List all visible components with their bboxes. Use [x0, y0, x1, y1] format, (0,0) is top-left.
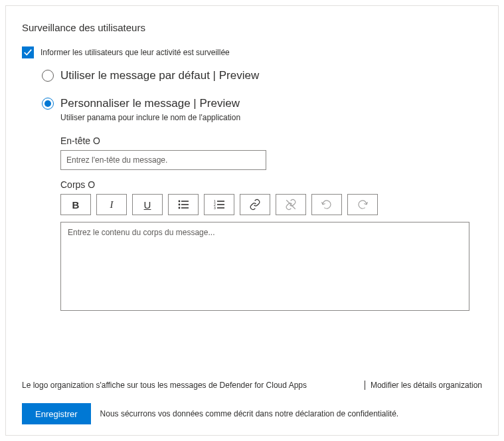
svg-rect-9: [217, 204, 224, 205]
unlink-icon: [285, 199, 297, 211]
radio-default-label: Utiliser le message par défaut | Preview: [60, 69, 259, 82]
radio-default[interactable]: [42, 70, 54, 82]
check-icon: [23, 48, 33, 57]
edit-org-link[interactable]: Modifier les détails organization: [365, 381, 482, 390]
svg-rect-5: [181, 207, 189, 209]
link-icon: [249, 199, 261, 211]
underline-icon: U: [144, 199, 151, 211]
radio-custom[interactable]: [42, 98, 54, 110]
editor-toolbar: B I U 1 2 3: [60, 194, 482, 215]
unlink-button[interactable]: [276, 194, 306, 215]
italic-button[interactable]: I: [96, 194, 127, 215]
body-field-group: Corps O B I U 1 2 3: [60, 179, 482, 313]
header-label: En-tête O: [60, 135, 482, 146]
privacy-note: Nous sécurrons vos données comme décrit …: [100, 409, 399, 418]
radio-custom-hint: Utiliser panama pour inclure le nom de l…: [60, 113, 482, 122]
underline-button[interactable]: U: [132, 194, 163, 215]
section-title: Surveillance des utilisateurs: [22, 22, 482, 33]
link-button[interactable]: [240, 194, 270, 215]
footer-row: Le logo organization s'affiche sur tous …: [22, 381, 482, 390]
notify-checkbox[interactable]: [22, 46, 34, 58]
svg-point-4: [179, 207, 181, 209]
body-label: Corps O: [60, 179, 482, 190]
undo-button[interactable]: [311, 194, 342, 215]
message-radio-group: Utiliser le message par défaut | Preview…: [42, 69, 482, 122]
bold-button[interactable]: B: [60, 194, 91, 215]
body-textarea[interactable]: [60, 222, 469, 311]
redo-button[interactable]: [347, 194, 378, 215]
svg-rect-3: [181, 204, 189, 205]
numbered-list-icon: 1 2 3: [214, 200, 224, 209]
numbered-list-button[interactable]: 1 2 3: [204, 194, 234, 215]
notify-checkbox-label: Informer les utilisateurs que leur activ…: [41, 48, 230, 57]
header-input[interactable]: [60, 150, 266, 170]
bold-icon: B: [72, 199, 80, 211]
user-monitoring-panel: Surveillance des utilisateurs Informer l…: [5, 5, 499, 436]
save-row: Enregistrer Nous sécurrons vos données c…: [22, 403, 482, 424]
radio-row-custom: Personnaliser le message | Preview: [42, 97, 482, 110]
save-button[interactable]: Enregistrer: [22, 403, 91, 424]
redo-icon: [357, 199, 369, 211]
svg-text:3: 3: [214, 206, 216, 209]
svg-point-2: [179, 204, 181, 206]
radio-custom-label: Personnaliser le message | Preview: [60, 97, 240, 110]
logo-note: Le logo organization s'affiche sur tous …: [22, 381, 307, 390]
bullet-list-icon: [178, 200, 189, 209]
bullet-list-button[interactable]: [168, 194, 199, 215]
svg-point-0: [179, 201, 181, 203]
svg-rect-11: [217, 207, 224, 209]
radio-row-default: Utiliser le message par défaut | Preview: [42, 69, 482, 82]
undo-icon: [321, 199, 333, 211]
header-field-group: En-tête O: [60, 135, 482, 170]
italic-icon: I: [110, 199, 114, 211]
svg-rect-7: [217, 201, 224, 202]
notify-checkbox-row: Informer les utilisateurs que leur activ…: [22, 46, 482, 58]
svg-rect-1: [181, 201, 189, 202]
